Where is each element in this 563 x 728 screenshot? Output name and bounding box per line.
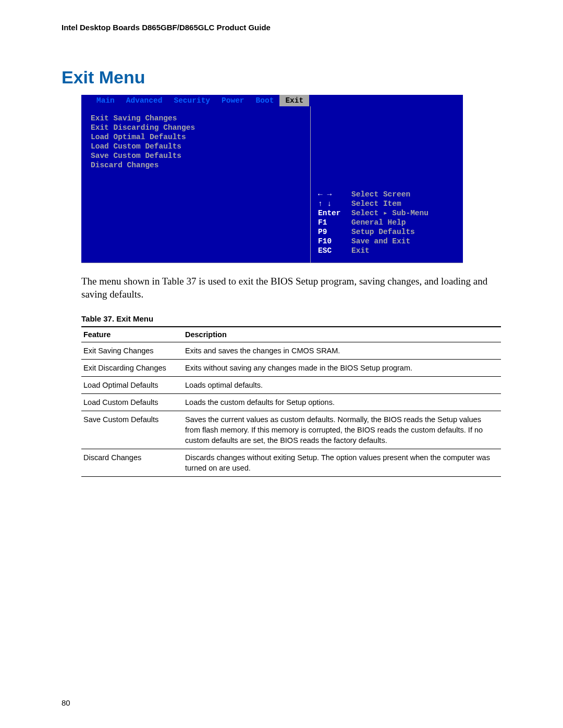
table-row: Save Custom Defaults Saves the current v…	[81, 411, 501, 449]
bios-tab-security[interactable]: Security	[168, 95, 216, 106]
bios-footer-divider	[81, 263, 463, 263]
help-label: Select Screen	[351, 190, 410, 199]
bios-help-pane: ← → Select Screen ↑ ↓ Select Item Enter …	[311, 106, 463, 263]
help-row: Enter Select ▸ Sub-Menu	[318, 208, 458, 218]
table-row: Discard Changes Discards changes without…	[81, 449, 501, 477]
bios-tab-exit[interactable]: Exit	[279, 95, 309, 106]
th-feature: Feature	[81, 327, 183, 342]
bios-item-discard-changes[interactable]: Discard Changes	[91, 161, 310, 170]
help-row: ↑ ↓ Select Item	[318, 199, 458, 208]
table-row: Exit Discarding Changes Exits without sa…	[81, 360, 501, 377]
document-header: Intel Desktop Boards D865GBF/D865GLC Pro…	[62, 23, 506, 32]
cell-feature: Load Optimal Defaults	[81, 377, 183, 394]
help-label: Exit	[351, 246, 370, 255]
cell-feature: Load Custom Defaults	[81, 394, 183, 411]
bios-tab-advanced[interactable]: Advanced	[120, 95, 168, 106]
bios-item-load-custom[interactable]: Load Custom Defaults	[91, 142, 310, 151]
help-key-f10: F10	[318, 237, 351, 246]
help-row: ← → Select Screen	[318, 190, 458, 199]
cell-desc: Loads optimal defaults.	[183, 377, 501, 394]
table-header-row: Feature Description	[81, 327, 501, 342]
section-title: Exit Menu	[62, 67, 506, 88]
table-row: Load Optimal Defaults Loads optimal defa…	[81, 377, 501, 394]
bios-item-exit-saving[interactable]: Exit Saving Changes	[91, 114, 310, 123]
help-row: ESC Exit	[318, 246, 458, 255]
cell-feature: Exit Discarding Changes	[81, 360, 183, 377]
help-label: General Help	[351, 218, 406, 227]
caption-paragraph: The menu shown in Table 37 is used to ex…	[81, 275, 506, 301]
help-key-enter: Enter	[318, 208, 351, 218]
bios-tab-boot[interactable]: Boot	[250, 95, 280, 106]
cell-desc: Discards changes without exiting Setup. …	[183, 449, 501, 477]
help-row: P9 Setup Defaults	[318, 227, 458, 237]
help-label: Save and Exit	[351, 237, 410, 246]
bios-item-exit-discarding[interactable]: Exit Discarding Changes	[91, 123, 310, 132]
cell-feature: Exit Saving Changes	[81, 342, 183, 360]
help-row: F1 General Help	[318, 218, 458, 227]
help-key-esc: ESC	[318, 246, 351, 255]
bios-menu-pane: Exit Saving Changes Exit Discarding Chan…	[81, 106, 311, 263]
cell-feature: Discard Changes	[81, 449, 183, 477]
table-row: Exit Saving Changes Exits and saves the …	[81, 342, 501, 360]
table-row: Load Custom Defaults Loads the custom de…	[81, 394, 501, 411]
bios-tab-main[interactable]: Main	[91, 95, 120, 106]
help-key-f1: F1	[318, 218, 351, 227]
help-row: F10 Save and Exit	[318, 237, 458, 246]
help-label: Select ▸ Sub-Menu	[351, 208, 429, 218]
help-label: Setup Defaults	[351, 227, 415, 237]
help-key-arrows-lr: ← →	[318, 190, 351, 199]
th-description: Description	[183, 327, 501, 342]
exit-menu-table: Feature Description Exit Saving Changes …	[81, 326, 501, 477]
cell-feature: Save Custom Defaults	[81, 411, 183, 449]
bios-item-load-optimal[interactable]: Load Optimal Defaults	[91, 132, 310, 142]
help-label: Select Item	[351, 199, 401, 208]
cell-desc: Exits and saves the changes in CMOS SRAM…	[183, 342, 501, 360]
table-title: Table 37. Exit Menu	[81, 314, 506, 323]
help-key-p9: P9	[318, 227, 351, 237]
bios-item-save-custom[interactable]: Save Custom Defaults	[91, 151, 310, 161]
help-key-arrows-ud: ↑ ↓	[318, 199, 351, 208]
bios-tab-bar: Main Advanced Security Power Boot Exit	[81, 95, 463, 106]
bios-tab-power[interactable]: Power	[216, 95, 250, 106]
bios-screen: Main Advanced Security Power Boot Exit E…	[81, 95, 463, 263]
page-number: 80	[62, 698, 70, 707]
cell-desc: Loads the custom defaults for Setup opti…	[183, 394, 501, 411]
cell-desc: Exits without saving any changes made in…	[183, 360, 501, 377]
cell-desc: Saves the current values as custom defau…	[183, 411, 501, 449]
